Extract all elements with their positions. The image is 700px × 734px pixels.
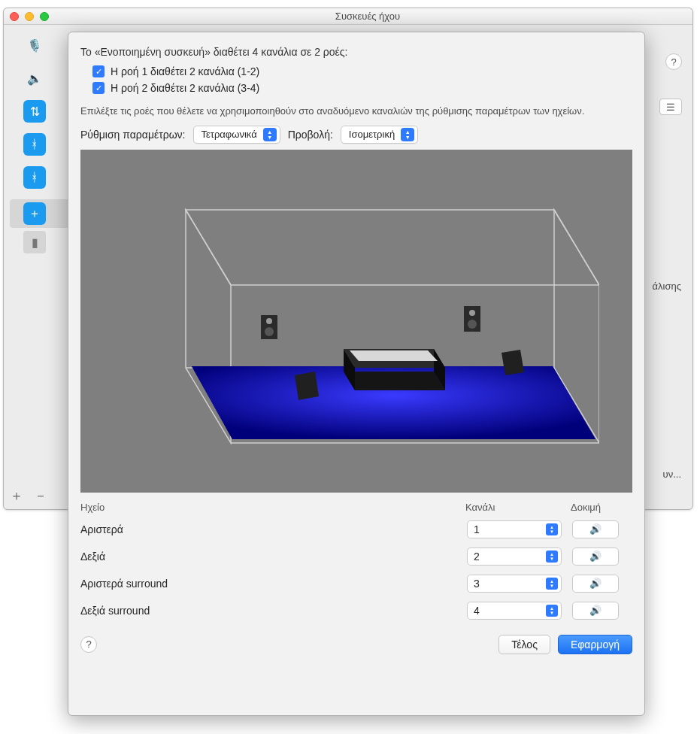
channel-select[interactable]: 3 ▲▼ bbox=[467, 575, 562, 593]
svg-marker-0 bbox=[186, 210, 599, 285]
help-button[interactable]: ? bbox=[80, 636, 97, 653]
sound-icon: 🔊 bbox=[589, 605, 602, 616]
svg-marker-18 bbox=[295, 372, 319, 400]
speaker-name: Δεξιά bbox=[80, 550, 467, 563]
table-header: Ηχείο Κανάλι Δοκιμή bbox=[80, 502, 632, 516]
view-mode-button[interactable]: ☰ bbox=[659, 99, 682, 115]
sound-icon: 🔊 bbox=[589, 578, 602, 589]
room-3d-box bbox=[141, 202, 599, 450]
config-row: Ρύθμιση παραμέτρων: Τετραφωνικά ▲▼ Προβο… bbox=[80, 126, 632, 144]
channel-select[interactable]: 4 ▲▼ bbox=[467, 602, 562, 620]
config-label: Ρύθμιση παραμέτρων: bbox=[80, 129, 186, 141]
channel-select[interactable]: 1 ▲▼ bbox=[467, 520, 562, 538]
sheet-buttons: ? Τέλος Εφαρμογή bbox=[80, 624, 632, 654]
sound-icon: 🔊 bbox=[589, 550, 602, 562]
test-button[interactable]: 🔊 bbox=[572, 602, 619, 620]
svg-marker-19 bbox=[502, 350, 524, 375]
stream-1-label: Η ροή 1 διαθέτει 2 κανάλια (1-2) bbox=[111, 65, 259, 77]
minimize-icon[interactable] bbox=[25, 12, 34, 21]
speaker-fl-3d bbox=[261, 315, 277, 339]
view-label: Προβολή: bbox=[288, 129, 333, 141]
test-button[interactable]: 🔊 bbox=[572, 547, 619, 566]
chevron-updown-icon: ▲▼ bbox=[546, 578, 558, 590]
svg-point-16 bbox=[469, 310, 475, 316]
chevron-updown-icon: ▲▼ bbox=[546, 523, 558, 535]
svg-marker-11 bbox=[350, 350, 438, 361]
col-channel: Κανάλι bbox=[465, 502, 571, 513]
remove-button[interactable]: － bbox=[34, 487, 47, 505]
instruction-text: Επιλέξτε τις ροές που θέλετε να χρησιμοπ… bbox=[80, 105, 632, 118]
window-controls bbox=[10, 12, 49, 21]
aggregate-device-icon: ＋ bbox=[23, 202, 46, 225]
speaker-fr-3d bbox=[464, 306, 480, 332]
speaker-table: Ηχείο Κανάλι Δοκιμή Αριστερά 1 ▲▼ 🔊 Δεξι… bbox=[80, 502, 632, 624]
usb-device-icon[interactable]: ⇅ bbox=[23, 100, 46, 123]
svg-point-13 bbox=[266, 318, 272, 324]
channel-select[interactable]: 2 ▲▼ bbox=[467, 547, 562, 566]
col-speaker: Ηχείο bbox=[80, 502, 465, 513]
device-sidebar: 🎙️ 🔈 ⇅ ᚼ ᚼ ＋ ▮ bbox=[10, 31, 70, 264]
speaker-name: Αριστερά surround bbox=[80, 578, 467, 590]
view-select[interactable]: Ισομετρική ▲▼ bbox=[341, 126, 418, 144]
test-button[interactable]: 🔊 bbox=[572, 575, 619, 593]
stream-1-row[interactable]: ✓ Η ροή 1 διαθέτει 2 κανάλια (1-2) bbox=[92, 65, 632, 77]
view-value: Ισομετρική bbox=[349, 129, 395, 140]
channel-value: 2 bbox=[474, 550, 480, 563]
table-row: Δεξιά surround 4 ▲▼ 🔊 bbox=[80, 597, 632, 624]
sound-icon: 🔊 bbox=[589, 523, 602, 535]
window-title: Συσκευές ήχου bbox=[49, 11, 686, 22]
speaker-config-sheet: Το «Ενοποιημένη συσκευή» διαθέτει 4 κανά… bbox=[68, 32, 645, 716]
sheet-heading: Το «Ενοποιημένη συσκευή» διαθέτει 4 κανά… bbox=[80, 46, 632, 58]
room-viewport[interactable] bbox=[80, 150, 632, 493]
stream-2-row[interactable]: ✓ Η ροή 2 διαθέτει 2 κανάλια (3-4) bbox=[92, 82, 632, 94]
stream-2-checkbox[interactable]: ✓ bbox=[92, 82, 105, 94]
svg-marker-7 bbox=[344, 372, 445, 390]
apply-label: Εφαρμογή bbox=[571, 638, 620, 651]
bluetooth-device-icon[interactable]: ᚼ bbox=[23, 133, 46, 156]
done-button[interactable]: Τέλος bbox=[498, 635, 550, 654]
done-label: Τέλος bbox=[511, 638, 538, 651]
stream-2-label: Η ροή 2 διαθέτει 2 κανάλια (3-4) bbox=[111, 82, 259, 94]
chevron-updown-icon: ▲▼ bbox=[546, 550, 558, 563]
config-value: Τετραφωνικά bbox=[202, 129, 257, 140]
col-test: Δοκιμή bbox=[571, 502, 631, 513]
speaker-icon[interactable]: 🔈 bbox=[23, 67, 46, 89]
chevron-updown-icon: ▲▼ bbox=[401, 128, 414, 141]
stream-1-checkbox[interactable]: ✓ bbox=[92, 65, 105, 77]
svg-point-14 bbox=[265, 327, 274, 336]
chevron-updown-icon: ▲▼ bbox=[263, 128, 277, 141]
svg-point-17 bbox=[468, 320, 477, 329]
speaker-name: Δεξιά surround bbox=[80, 605, 467, 617]
table-row: Δεξιά 2 ▲▼ 🔊 bbox=[80, 543, 632, 570]
footer-toolbar: ＋ － bbox=[10, 487, 47, 505]
channel-value: 4 bbox=[474, 605, 480, 617]
config-select[interactable]: Τετραφωνικά ▲▼ bbox=[193, 126, 280, 144]
partial-label-2: υν... bbox=[663, 469, 681, 480]
close-icon[interactable] bbox=[10, 12, 19, 21]
table-row: Αριστερά surround 3 ▲▼ 🔊 bbox=[80, 570, 632, 597]
partial-label-1: άλισης bbox=[653, 281, 681, 292]
bluetooth-device-icon-2[interactable]: ᚼ bbox=[23, 166, 46, 189]
speaker-name: Αριστερά bbox=[80, 523, 467, 535]
selected-device-row[interactable]: ＋ bbox=[10, 199, 70, 228]
table-row: Αριστερά 1 ▲▼ 🔊 bbox=[80, 516, 632, 543]
speaker-sr-3d bbox=[502, 350, 524, 375]
mic-icon[interactable]: 🎙️ bbox=[23, 34, 46, 56]
test-button[interactable]: 🔊 bbox=[572, 520, 619, 538]
phone-device-icon[interactable]: ▮ bbox=[23, 231, 46, 253]
channel-value: 1 bbox=[474, 523, 480, 535]
add-button[interactable]: ＋ bbox=[10, 487, 23, 505]
help-button[interactable]: ? bbox=[665, 53, 682, 70]
speaker-sl-3d bbox=[295, 372, 319, 400]
zoom-icon[interactable] bbox=[40, 12, 49, 21]
channel-value: 3 bbox=[474, 578, 480, 590]
apply-button[interactable]: Εφαρμογή bbox=[558, 635, 632, 654]
chevron-updown-icon: ▲▼ bbox=[546, 605, 558, 617]
titlebar: Συσκευές ήχου bbox=[4, 8, 692, 25]
